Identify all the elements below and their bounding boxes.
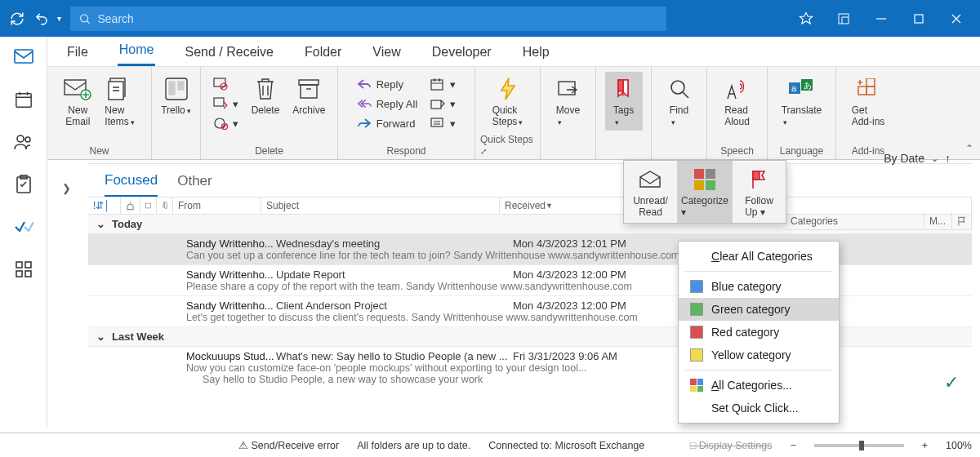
find-icon [669, 75, 690, 103]
minimize-button[interactable] [862, 0, 900, 37]
tab-folder[interactable]: Folder [303, 40, 343, 66]
junk-button[interactable]: ▾ [208, 114, 243, 132]
more-respond-button[interactable]: ▾ [425, 114, 461, 132]
reply-all-icon [357, 96, 372, 111]
calendar-icon[interactable] [13, 89, 34, 110]
tab-file[interactable]: File [65, 40, 90, 66]
archive-button[interactable]: Archive [287, 72, 330, 119]
translate-icon: aあ [788, 75, 814, 103]
read-aloud-icon [725, 75, 750, 103]
todo-icon[interactable] [13, 216, 34, 237]
col-from[interactable]: From [173, 197, 261, 214]
more-apps-icon[interactable] [13, 259, 34, 280]
zoom-in-button[interactable]: + [922, 440, 928, 451]
red-swatch-icon [690, 326, 703, 339]
tab-send-receive[interactable]: Send / Receive [183, 40, 275, 66]
get-addins-button[interactable]: Get Add-ins [847, 72, 890, 131]
svg-point-33 [671, 81, 684, 94]
col-subject[interactable]: Subject [261, 197, 500, 214]
col-mentions[interactable]: M... [924, 212, 952, 229]
zoom-slider[interactable] [814, 444, 904, 447]
tasks-icon[interactable] [13, 174, 34, 195]
status-connected: Connected to: Microsoft Exchange [488, 440, 644, 451]
title-bar: ▾ [0, 0, 980, 37]
ribbon-mode-icon[interactable] [825, 0, 862, 37]
display-settings-button[interactable]: □ Display Settings [690, 440, 773, 451]
maximize-button[interactable] [900, 0, 938, 37]
move-button[interactable]: Move▾ [550, 72, 587, 131]
close-button[interactable] [938, 0, 975, 37]
col-flag[interactable] [952, 212, 972, 229]
menu-yellow-category[interactable]: Yellow category [679, 344, 839, 366]
share-button[interactable]: ▾ [425, 95, 461, 113]
reply-button[interactable]: Reply [352, 75, 423, 93]
search-box[interactable] [70, 7, 666, 31]
mail-icon[interactable] [13, 47, 34, 68]
sync-icon[interactable] [5, 7, 29, 31]
quick-steps-button[interactable]: Quick Steps▾ [488, 72, 528, 131]
categorize-icon [694, 167, 715, 192]
svg-point-6 [25, 137, 30, 142]
menu-clear-categories[interactable]: Clear All Categories [679, 245, 839, 268]
tab-other[interactable]: Other [177, 173, 212, 196]
zoom-level: 100% [946, 440, 972, 451]
menu-set-quick-click[interactable]: Set Quick Click... [679, 397, 839, 419]
tab-focused[interactable]: Focused [105, 172, 158, 197]
ribbon-group-label: New [89, 144, 109, 159]
ribbon-group-label: Language [780, 144, 823, 159]
cleanup-icon [213, 96, 228, 111]
svg-rect-2 [915, 15, 923, 23]
nav-expander-icon[interactable]: ❯ [62, 182, 78, 198]
svg-rect-25 [299, 80, 318, 85]
yellow-swatch-icon [690, 348, 703, 362]
follow-up-button[interactable]: Follow Up ▾ [733, 161, 786, 223]
follow-up-icon [750, 167, 769, 192]
cleanup-button[interactable]: ▾ [208, 95, 243, 113]
translate-button[interactable]: aあ Translate▾ [777, 72, 827, 131]
ribbon-group-delete: ▾ ▾ Delete Archive Delete [201, 67, 338, 159]
trello-button[interactable]: Trello▾ [156, 72, 196, 119]
people-icon[interactable] [13, 131, 34, 153]
svg-rect-11 [16, 271, 22, 277]
col-categories[interactable]: Categories [786, 212, 924, 229]
new-email-button[interactable]: New Email [59, 72, 96, 131]
meeting-button[interactable]: ▾ [425, 75, 461, 93]
menu-all-categories[interactable]: All Categories... [679, 374, 839, 397]
find-button[interactable]: Find▾ [661, 72, 698, 131]
tab-home[interactable]: Home [118, 38, 156, 66]
new-items-button[interactable]: New Items▾ [100, 72, 139, 131]
reply-all-button[interactable]: Reply All [352, 95, 423, 113]
delete-icon [255, 75, 276, 103]
zoom-out-button[interactable]: − [790, 440, 795, 451]
new-items-icon [108, 75, 132, 103]
tags-button[interactable]: Tags▾ [605, 72, 643, 131]
tab-developer[interactable]: Developer [430, 40, 493, 66]
menu-green-category[interactable]: Green category [679, 298, 839, 321]
categorize-button[interactable]: Categorize▾ [678, 161, 733, 223]
forward-button[interactable]: Forward [352, 114, 423, 132]
ribbon-group-tags: Tags▾ [596, 67, 652, 159]
sort-by-date[interactable]: By Date⌄ ↑ [884, 152, 951, 165]
premium-icon[interactable] [787, 0, 825, 37]
sort-ascending-icon[interactable]: ↑ [945, 152, 951, 165]
menu-blue-category[interactable]: Blue category [679, 275, 839, 298]
ribbon-collapse-icon[interactable]: ⌃ [965, 143, 973, 154]
tab-view[interactable]: View [371, 40, 402, 66]
move-icon [557, 75, 580, 103]
junk-icon [213, 116, 228, 131]
svg-point-5 [17, 135, 24, 142]
ribbon-group-new: New Email New Items▾ New [47, 67, 152, 159]
read-aloud-button[interactable]: Read Aloud [719, 72, 756, 131]
search-input[interactable] [97, 12, 658, 25]
tab-help[interactable]: Help [521, 40, 551, 66]
menu-red-category[interactable]: Red category [679, 321, 839, 344]
delete-button[interactable]: Delete [247, 72, 285, 119]
status-error[interactable]: ⚠ Send/Receive error [238, 439, 339, 451]
ignore-button[interactable] [208, 75, 243, 93]
undo-icon[interactable] [29, 7, 54, 31]
ribbon-group-label: Quick Steps [480, 134, 533, 145]
ribbon: New Email New Items▾ New Trello▾ [47, 66, 980, 160]
unread-read-button[interactable]: Unread/ Read [624, 161, 678, 223]
svg-rect-22 [214, 98, 224, 106]
qat-dropdown-icon[interactable]: ▾ [54, 14, 64, 23]
